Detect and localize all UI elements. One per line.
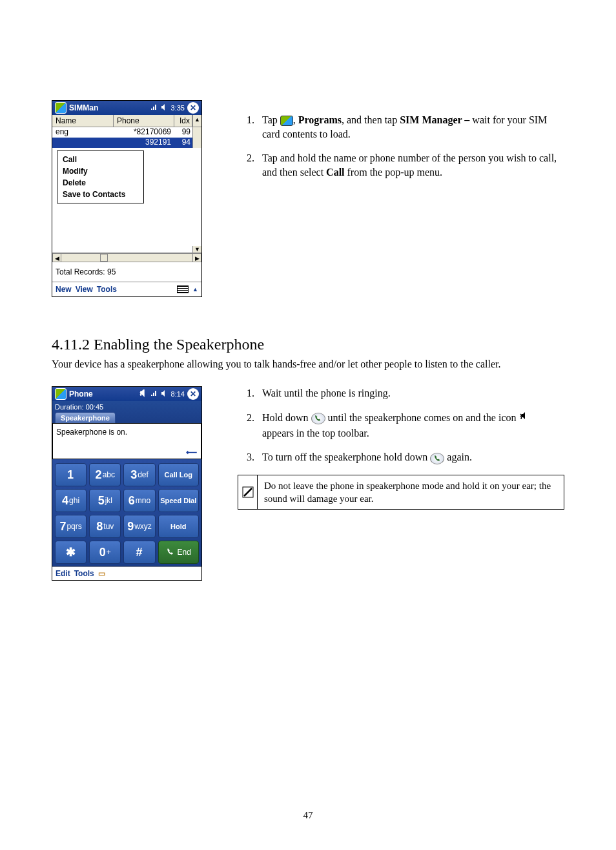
menu-tools[interactable]: Tools xyxy=(97,285,117,294)
speaker-icon xyxy=(161,103,169,112)
scroll-right-icon: ▶ xyxy=(192,253,201,262)
menu-item-delete[interactable]: Delete xyxy=(57,177,143,189)
clock: 8:14 xyxy=(171,390,185,398)
menubar: New View Tools ▲ xyxy=(52,282,201,296)
table-row: 392191 94 xyxy=(52,138,201,148)
col-phone: Phone xyxy=(114,115,174,127)
menu-view[interactable]: View xyxy=(76,285,93,294)
keypad: 1 2abc 3def Call Log 4ghi 5jkl 6mno Spee… xyxy=(52,459,201,566)
status-icons: 3:35 ✕ xyxy=(150,102,199,114)
talk-button-icon xyxy=(430,453,444,464)
step-2: Hold down until the speakerphone comes o… xyxy=(257,411,564,441)
menu-new[interactable]: New xyxy=(56,285,72,294)
key-2[interactable]: 2abc xyxy=(89,463,121,486)
titlebar: SIMMan 3:35 ✕ xyxy=(52,101,201,115)
titlebar: Phone 8:14 ✕ xyxy=(52,387,201,401)
clock: 3:35 xyxy=(171,104,185,112)
app-title: Phone xyxy=(69,389,136,399)
section-heading: 4.11.2 Enabling the Speakerphone xyxy=(52,336,564,353)
key-4[interactable]: 4ghi xyxy=(55,489,87,512)
key-1[interactable]: 1 xyxy=(55,463,87,486)
signal-icon xyxy=(150,103,158,112)
instructions-2: Wait until the phone is ringing. Hold do… xyxy=(238,386,564,510)
message-area: Speakerphone is on. ⟵ xyxy=(52,423,201,459)
menu-up-icon: ▲ xyxy=(192,286,198,293)
phone-screenshot: Phone 8:14 ✕ Duration: 00:45 xyxy=(52,386,202,581)
total-records: Total Records: 95 xyxy=(52,262,201,282)
menu-item-modify[interactable]: Modify xyxy=(57,165,143,177)
scroll-down-icon: ▼ xyxy=(192,246,201,253)
call-log-button[interactable]: Call Log xyxy=(158,463,199,486)
horizontal-scrollbar: ◀ ▶ xyxy=(52,253,201,262)
end-button[interactable]: End xyxy=(158,541,199,564)
speakerphone-icon xyxy=(139,389,148,399)
duration-label: Duration: 00:45 xyxy=(55,403,199,411)
sim-manager-screenshot: SIMMan 3:35 ✕ Name Phone Idx ▲ xyxy=(52,100,202,297)
status-icons: 8:14 ✕ xyxy=(139,388,199,400)
signal-icon xyxy=(150,389,158,399)
caution-note: Do not leave the phone in speakerphone m… xyxy=(238,475,564,510)
close-icon: ✕ xyxy=(187,388,199,400)
context-menu: Call Modify Delete Save to Contacts xyxy=(57,150,144,203)
step-2: Tap and hold the name or phone number of… xyxy=(257,151,564,179)
table-row: eng *82170069 99 xyxy=(52,127,201,138)
key-7[interactable]: 7pqrs xyxy=(55,515,87,538)
step-3: To turn off the speakerphone hold down a… xyxy=(257,450,564,464)
key-hash[interactable]: # xyxy=(123,541,155,564)
app-title: SIMMan xyxy=(69,103,148,112)
step-1: Tap , Programs, and then tap SIM Manager… xyxy=(257,113,564,141)
caution-text: Do not leave the phone in speakerphone m… xyxy=(258,475,564,510)
talk-button-icon xyxy=(311,413,325,424)
speaker-icon xyxy=(161,389,169,399)
key-8[interactable]: 8tuv xyxy=(89,515,121,538)
handset-icon xyxy=(166,547,175,558)
key-0[interactable]: 0+ xyxy=(89,541,121,564)
close-icon: ✕ xyxy=(187,102,199,114)
instructions-1: Tap , Programs, and then tap SIM Manager… xyxy=(238,100,564,189)
key-9[interactable]: 9wxyz xyxy=(123,515,155,538)
start-icon xyxy=(55,102,67,114)
caution-icon xyxy=(238,475,258,510)
table-body: eng *82170069 99 392191 94 Call Modify D… xyxy=(52,127,201,253)
page-number: 47 xyxy=(0,810,616,821)
speakerphone-tab: Speakerphone xyxy=(55,412,116,423)
backspace-icon[interactable]: ⟵ xyxy=(186,448,197,457)
notes-icon[interactable]: ▭ xyxy=(98,569,105,578)
key-star[interactable]: ✱ xyxy=(55,541,87,564)
table-header: Name Phone Idx ▲ xyxy=(52,115,201,127)
scroll-left-icon: ◀ xyxy=(52,253,61,262)
col-name: Name xyxy=(52,115,114,127)
key-6[interactable]: 6mno xyxy=(123,489,155,512)
keyboard-icon[interactable] xyxy=(177,285,189,293)
section-subhead: Your device has a speakerphone allowing … xyxy=(52,358,564,370)
menu-edit[interactable]: Edit xyxy=(56,569,70,578)
start-icon xyxy=(55,388,67,400)
menubar: Edit Tools ▭ xyxy=(52,566,201,580)
start-icon xyxy=(280,116,293,126)
scroll-up-icon: ▲ xyxy=(192,115,201,127)
menu-tools[interactable]: Tools xyxy=(74,569,94,578)
key-3[interactable]: 3def xyxy=(123,463,155,486)
key-5[interactable]: 5jkl xyxy=(89,489,121,512)
speakerphone-msg: Speakerphone is on. xyxy=(56,428,127,437)
menu-item-save[interactable]: Save to Contacts xyxy=(57,189,143,200)
step-1: Wait until the phone is ringing. xyxy=(257,386,564,400)
speed-dial-button[interactable]: Speed Dial xyxy=(158,489,199,512)
phone-status-area: Duration: 00:45 Speakerphone xyxy=(52,401,201,423)
speakerphone-icon xyxy=(518,411,530,426)
col-idx: Idx xyxy=(174,115,192,127)
menu-item-call[interactable]: Call xyxy=(57,154,143,165)
hold-button[interactable]: Hold xyxy=(158,515,199,538)
